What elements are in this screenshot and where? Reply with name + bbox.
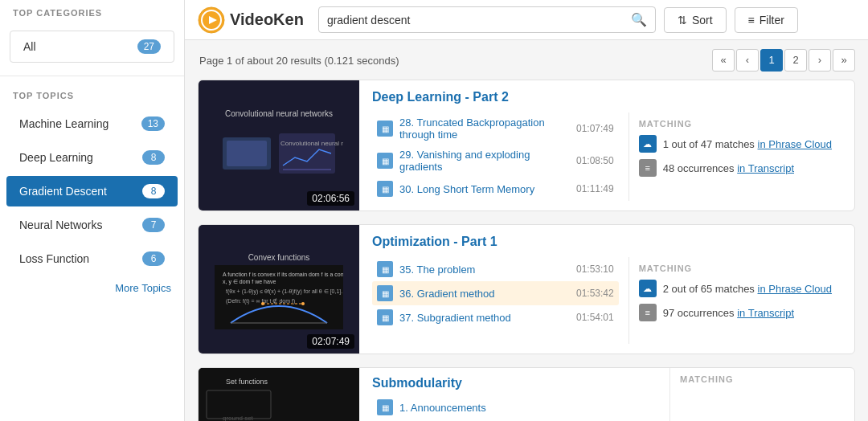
svg-text:x, y ∈ dom f we have: x, y ∈ dom f we have — [223, 279, 276, 285]
topic-dl-label: Deep Learning — [19, 151, 93, 164]
logo-area: VideoKen — [198, 6, 304, 34]
topic-ml-count: 13 — [141, 116, 165, 131]
transcript-icon: ≡ — [639, 159, 657, 177]
card2-thumbnail[interactable]: Convex functions A function f is convex … — [199, 225, 359, 354]
card1-ep3-title: 30. Long Short Term Memory — [399, 183, 570, 195]
filter-button[interactable]: ≡ Filter — [735, 7, 798, 33]
ep2-icon: ▦ — [377, 153, 393, 169]
search-input[interactable] — [327, 14, 631, 27]
svg-text:A function f is convex if its : A function f is convex if its domain dom… — [223, 272, 343, 277]
topic-gd-count: 8 — [142, 184, 165, 198]
card1-transcript-link[interactable]: in Transcript — [737, 162, 794, 174]
more-topics-link[interactable]: More Topics — [0, 276, 184, 300]
card2-matching: MATCHING ☁ 2 out of 65 matches in Phrase… — [628, 257, 841, 344]
pagination: « ‹ 1 2 › » — [712, 49, 855, 72]
card2-ep2-time: 01:53:42 — [576, 288, 614, 299]
card1-thumb-image: Convolutional neural network, CNN or Con… — [215, 121, 343, 186]
card2-phrase-link[interactable]: in Phrase Cloud — [758, 283, 833, 295]
phrase-cloud-icon: ☁ — [639, 135, 657, 153]
card2-ep1[interactable]: ▦ 35. The problem 01:53:10 — [372, 257, 619, 281]
category-all[interactable]: All 27 — [10, 31, 174, 63]
topic-machine-learning[interactable]: Machine Learning 13 — [6, 108, 178, 139]
filter-label: Filter — [760, 14, 784, 27]
card1-thumb-title: Convolutional neural networks — [222, 106, 336, 121]
card1-ep1-title: 28. Truncated Backpropagation through ti… — [399, 116, 570, 141]
topic-deep-learning[interactable]: Deep Learning 8 — [6, 142, 178, 173]
card3-title[interactable]: Submodularity — [372, 376, 657, 390]
card3-ep1[interactable]: ▦ 1. Announcements — [372, 395, 657, 419]
card1-ep3-time: 01:11:49 — [576, 183, 614, 194]
phrase-cloud-icon-2: ☁ — [639, 280, 657, 297]
card2-ep1-time: 01:53:10 — [576, 264, 614, 275]
card3-matching: MATCHING — [669, 368, 854, 421]
results-top-bar: Page 1 of about 20 results (0.121 second… — [198, 40, 855, 80]
sort-label: Sort — [692, 14, 713, 27]
card1-transcript-match[interactable]: ≡ 48 occurrences in Transcript — [639, 159, 832, 177]
card2-ep3-title: 37. Subgradient method — [399, 312, 570, 324]
logo-text: VideoKen — [230, 10, 304, 29]
page-first-btn[interactable]: « — [712, 49, 735, 72]
card1-matching: MATCHING ☁ 1 out of 47 matches in Phrase… — [628, 112, 841, 201]
card2-title[interactable]: Optimization - Part 1 — [372, 235, 841, 249]
sidebar-divider — [0, 76, 184, 76]
card3-ep1-title: 1. Announcements — [399, 402, 652, 414]
card3-thumbnail[interactable]: Set functions ground set — [199, 368, 359, 421]
page-2-btn[interactable]: 2 — [784, 49, 807, 72]
topic-nn-count: 7 — [142, 218, 165, 232]
sort-button[interactable]: ⇅ Sort — [664, 7, 727, 33]
ep5-icon: ▦ — [377, 285, 393, 301]
card2-phrase-match[interactable]: ☁ 2 out of 65 matches in Phrase Cloud — [639, 280, 832, 297]
page-prev-btn[interactable]: ‹ — [736, 49, 759, 72]
card2-ep3-time: 01:54:01 — [576, 312, 614, 323]
right-panel: VideoKen 🔍 ⇅ Sort ≡ Filter Page 1 of abo… — [185, 0, 868, 421]
ep1-icon: ▦ — [377, 121, 393, 137]
topic-gradient-descent[interactable]: Gradient Descent 8 — [6, 176, 178, 206]
card1-phrase-match[interactable]: ☁ 1 out of 47 matches in Phrase Cloud — [639, 135, 832, 153]
page-last-btn[interactable]: » — [833, 49, 855, 72]
svg-text:f(θx + (1-θ)y) ≤ θf(x) + (1-θ): f(θx + (1-θ)y) ≤ θf(x) + (1-θ)f(y) for a… — [226, 288, 342, 295]
card1-ep2[interactable]: ▦ 29. Vanishing and exploding gradients … — [372, 145, 619, 177]
card1-episodes: ▦ 28. Truncated Backpropagation through … — [372, 112, 619, 201]
topic-lf-count: 6 — [142, 251, 165, 266]
card2-ep3[interactable]: ▦ 37. Subgradient method 01:54:01 — [372, 305, 619, 329]
topic-neural-networks[interactable]: Neural Networks 7 — [6, 210, 178, 240]
search-icon[interactable]: 🔍 — [631, 12, 647, 27]
topic-ml-label: Machine Learning — [19, 117, 108, 130]
ep4-icon: ▦ — [377, 261, 393, 277]
card2-thumb-title: Convex functions — [245, 250, 313, 265]
page-1-btn[interactable]: 1 — [760, 49, 783, 72]
page-next-btn[interactable]: › — [809, 49, 831, 72]
sidebar: TOP CATEGORIES All 27 TOP TOPICS Machine… — [0, 0, 185, 421]
card1-ep3[interactable]: ▦ 30. Long Short Term Memory 01:11:49 — [372, 177, 619, 201]
card1-phrase-link[interactable]: in Phrase Cloud — [758, 138, 833, 150]
card1-phrase-text: 1 out of 47 matches in Phrase Cloud — [663, 138, 832, 150]
card1-ep1[interactable]: ▦ 28. Truncated Backpropagation through … — [372, 112, 619, 145]
sort-icon: ⇅ — [678, 14, 687, 27]
card1-thumbnail[interactable]: Convolutional neural networks Convolutio… — [199, 80, 359, 210]
card1-content: ▦ 28. Truncated Backpropagation through … — [372, 112, 841, 201]
ep7-icon: ▦ — [377, 399, 393, 415]
filter-icon: ≡ — [748, 14, 755, 27]
card2-transcript-text: 97 occurrences in Transcript — [663, 307, 794, 319]
topic-loss-function[interactable]: Loss Function 6 — [6, 243, 178, 274]
card2-ep2[interactable]: ▦ 36. Gradient method 01:53:42 — [372, 281, 619, 305]
topic-dl-count: 8 — [142, 150, 165, 165]
ep3-icon: ▦ — [377, 181, 393, 197]
card2-episodes: ▦ 35. The problem 01:53:10 ▦ 36. Gradien… — [372, 257, 619, 344]
results-meta: Page 1 of about 20 results (0.121 second… — [198, 47, 401, 73]
card2-ep1-title: 35. The problem — [399, 264, 570, 276]
card2-ep2-title: 36. Gradient method — [399, 288, 570, 300]
card2-thumb-image: A function f is convex if its domain dom… — [215, 265, 343, 329]
card2-transcript-link[interactable]: in Transcript — [737, 307, 794, 319]
result-card-1: Convolutional neural networks Convolutio… — [198, 80, 855, 211]
top-topics-title: TOP TOPICS — [0, 83, 184, 107]
card1-title[interactable]: Deep Learning - Part 2 — [372, 90, 841, 104]
svg-rect-5 — [227, 141, 267, 166]
result-card-3: Set functions ground set Submodularity ▦… — [198, 367, 855, 421]
card2-content: ▦ 35. The problem 01:53:10 ▦ 36. Gradien… — [372, 257, 841, 344]
category-all-label: All — [23, 40, 36, 53]
topic-lf-label: Loss Function — [19, 252, 89, 265]
search-box: 🔍 — [318, 6, 656, 33]
result-card-2: Convex functions A function f is convex … — [198, 224, 855, 354]
card2-transcript-match[interactable]: ≡ 97 occurrences in Transcript — [639, 304, 832, 321]
